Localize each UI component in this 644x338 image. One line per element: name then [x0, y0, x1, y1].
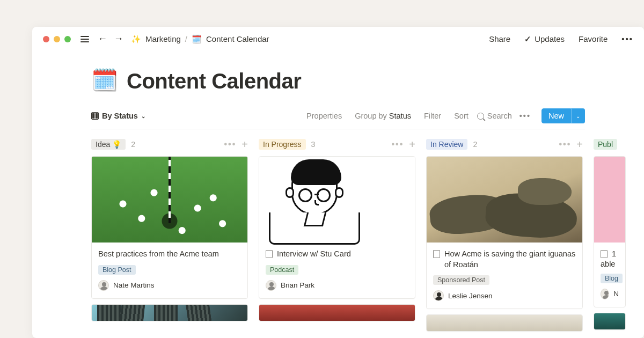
favorite-button[interactable]: Favorite [579, 34, 608, 43]
search-label: Search [487, 112, 512, 120]
column-label[interactable]: In Review [426, 139, 467, 150]
card-author: Nate Martins [113, 281, 155, 289]
new-dropdown-button[interactable]: ⌄ [571, 108, 585, 123]
card-title: How Acme is saving the giant iguanas of … [444, 249, 576, 270]
kanban-board: Idea 💡 2 ••• + Best practices from the A… [32, 129, 644, 337]
document-icon [433, 250, 440, 258]
column-label-text: Idea [96, 140, 110, 149]
card-cover-image [427, 157, 582, 243]
column-label[interactable]: Idea 💡 [91, 139, 126, 150]
card-author: N [613, 290, 619, 298]
column-more-icon[interactable]: ••• [224, 139, 237, 149]
card-item[interactable]: Best practices from the Acme team Blog P… [91, 156, 248, 299]
window-topbar: ← → ✨ Marketing / 🗓️ Content Calendar Sh… [32, 27, 644, 51]
card-tag: Podcast [266, 265, 298, 275]
column-add-icon[interactable]: + [241, 141, 248, 148]
share-button[interactable]: Share [489, 34, 510, 43]
card-cover-image [259, 157, 415, 243]
card-author: Leslie Jensen [448, 292, 493, 300]
column-count: 2 [131, 140, 135, 149]
group-by-button[interactable]: Group by Status [350, 112, 415, 120]
card-cover-image [594, 157, 625, 243]
minimize-window-icon[interactable] [54, 36, 60, 42]
card-title: Best practices from the Acme team [98, 249, 219, 260]
card-item[interactable]: 1 able Blog N [594, 156, 626, 307]
column-label[interactable]: Publ [594, 139, 617, 150]
app-window: ← → ✨ Marketing / 🗓️ Content Calendar Sh… [32, 27, 644, 338]
filter-button[interactable]: Filter [420, 112, 445, 120]
column-add-icon[interactable]: + [409, 141, 415, 148]
breadcrumb-parent[interactable]: Marketing [145, 34, 181, 43]
lightbulb-icon: 💡 [112, 140, 121, 149]
group-by-prefix: Group by [355, 112, 387, 120]
avatar-icon [266, 280, 276, 291]
group-by-value: Status [389, 112, 411, 120]
card-item[interactable]: How Acme is saving the giant iguanas of … [426, 156, 583, 309]
maximize-window-icon[interactable] [64, 36, 71, 42]
card-title-line2: able [601, 260, 619, 268]
column-in-progress: In Progress 3 ••• + [259, 139, 415, 337]
calendar-icon: 🗓️ [192, 34, 202, 44]
breadcrumb-separator: / [185, 34, 187, 43]
updates-button[interactable]: ✓ Updates [524, 34, 565, 44]
column-count: 2 [473, 140, 477, 149]
card-tag: Blog [601, 274, 623, 283]
page-title[interactable]: Content Calendar [127, 69, 301, 93]
avatar-icon [98, 280, 109, 291]
column-count: 3 [311, 140, 316, 149]
card-title: 1 [612, 249, 616, 260]
sort-button[interactable]: Sort [450, 112, 473, 120]
breadcrumb-page[interactable]: Content Calendar [206, 34, 269, 43]
board-view-icon [91, 112, 99, 120]
sidebar-toggle-icon[interactable] [80, 36, 89, 42]
avatar-icon [433, 290, 444, 301]
view-selector[interactable]: By Status ⌄ [91, 112, 145, 120]
close-window-icon[interactable] [43, 36, 49, 42]
check-icon: ✓ [524, 34, 531, 44]
column-published: Publ 1 able Blog N [594, 139, 626, 337]
view-name: By Status [102, 112, 138, 120]
card-cover-image [427, 315, 582, 331]
card-tag: Sponsored Post [433, 275, 489, 285]
card-cover-image [259, 305, 415, 321]
chevron-down-icon: ⌄ [576, 113, 580, 119]
card-item[interactable] [426, 314, 583, 332]
column-header: Publ [594, 139, 626, 150]
new-button-group: New ⌄ [541, 108, 585, 123]
card-item[interactable] [259, 304, 415, 321]
card-cover-image [594, 313, 625, 329]
page-emoji-icon[interactable]: 🗓️ [91, 68, 118, 93]
column-add-icon[interactable]: + [576, 141, 583, 148]
column-label[interactable]: In Progress [259, 139, 306, 150]
column-more-icon[interactable]: ••• [559, 139, 572, 149]
column-header: In Progress 3 ••• + [259, 139, 415, 150]
search-icon [477, 113, 484, 120]
database-viewbar: By Status ⌄ Properties Group by Status F… [91, 108, 585, 129]
card-cover-image [92, 305, 247, 321]
card-item[interactable] [91, 304, 248, 321]
card-item[interactable] [594, 313, 626, 330]
properties-button[interactable]: Properties [302, 112, 346, 120]
document-icon [266, 250, 273, 258]
document-icon [601, 250, 608, 258]
card-item[interactable]: Interview w/ Stu Card Podcast Brian Park [259, 156, 415, 299]
search-button[interactable]: Search [477, 112, 512, 120]
viewbar-more-icon[interactable]: ••• [516, 112, 534, 120]
forward-button[interactable]: → [113, 33, 125, 45]
traffic-lights [43, 36, 71, 42]
page-header: 🗓️ Content Calendar By Status ⌄ Properti… [32, 51, 644, 129]
column-in-review: In Review 2 ••• + How Acme is saving the… [426, 139, 583, 337]
new-button[interactable]: New [541, 108, 571, 123]
sparkle-icon: ✨ [131, 34, 141, 44]
card-cover-image [92, 157, 247, 243]
column-header: Idea 💡 2 ••• + [91, 139, 248, 150]
back-button[interactable]: ← [97, 33, 108, 45]
card-tag: Blog Post [98, 265, 136, 275]
avatar-icon [601, 289, 609, 299]
column-more-icon[interactable]: ••• [392, 139, 404, 149]
column-header: In Review 2 ••• + [426, 139, 583, 150]
updates-label: Updates [535, 34, 565, 43]
card-title: Interview w/ Stu Card [277, 249, 351, 260]
page-more-icon[interactable]: ••• [621, 34, 633, 43]
column-idea: Idea 💡 2 ••• + Best practices from the A… [91, 139, 248, 337]
